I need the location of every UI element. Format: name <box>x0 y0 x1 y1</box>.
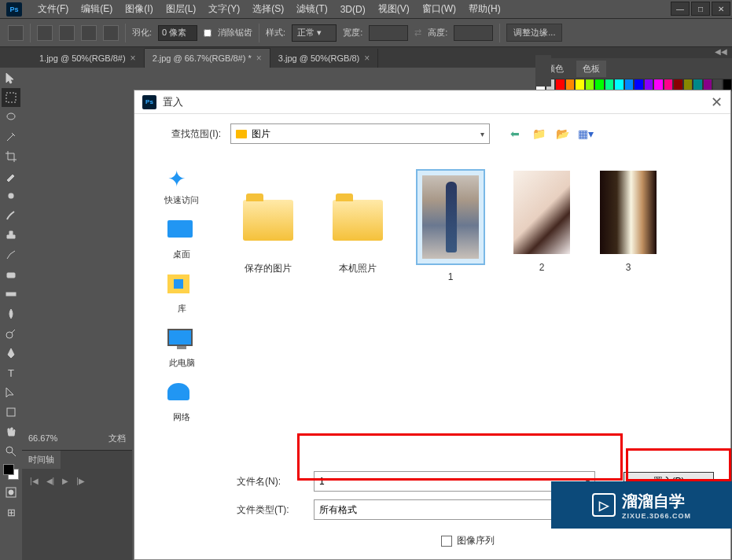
dialog-title: 置入 <box>163 95 183 109</box>
menu-3d[interactable]: 3D(D) <box>334 4 372 15</box>
doc-tab-2[interactable]: 2.jpg @ 66.7%(RGB/8#) *× <box>145 48 270 68</box>
eraser-tool[interactable] <box>2 265 20 284</box>
pen-tool[interactable] <box>2 344 20 363</box>
shape-tool[interactable] <box>2 403 20 422</box>
file-list: 保存的图片 本机照片 1 2 3 <box>229 153 730 468</box>
divider <box>259 24 259 42</box>
timeline-panel: 时间轴 |◀ ◀| ▶ |▶ <box>22 450 132 560</box>
antialias-checkbox[interactable] <box>204 29 212 37</box>
file-image-1[interactable]: 1 <box>416 169 485 282</box>
menu-file[interactable]: 文件(F) <box>31 2 75 16</box>
next-frame-icon[interactable]: |▶ <box>76 477 85 485</box>
folder-local-photos[interactable]: 本机照片 <box>326 169 389 282</box>
dodge-tool[interactable] <box>2 324 20 343</box>
view-menu-icon[interactable]: ▦▾ <box>578 126 594 142</box>
selection-intersect-icon[interactable] <box>103 25 119 41</box>
minimize-button[interactable]: — <box>671 2 690 16</box>
screenmode-tool[interactable]: ⊞ <box>2 503 20 521</box>
close-icon[interactable]: × <box>364 53 370 64</box>
image-thumbnail <box>422 175 479 259</box>
place-this-pc[interactable]: 此电脑 <box>167 329 196 369</box>
close-button[interactable]: ✕ <box>712 2 730 16</box>
place-desktop[interactable]: 桌面 <box>167 220 196 260</box>
place-quick-access[interactable]: ✦ 快速访问 <box>164 166 199 206</box>
image-sequence-checkbox[interactable] <box>441 536 452 547</box>
maximize-button[interactable]: □ <box>691 2 710 16</box>
dialog-lookin-row: 查找范围(I): 图片 ▾ ⬅ 📁 📂 ▦▾ <box>134 114 730 153</box>
timeline-tab[interactable]: 时间轴 <box>22 451 61 469</box>
nav-icons: ⬅ 📁 📂 ▦▾ <box>507 126 594 142</box>
play-icon[interactable]: ▶ <box>62 477 68 485</box>
path-tool[interactable] <box>2 383 20 402</box>
divider <box>30 24 31 42</box>
up-icon[interactable]: 📁 <box>531 126 546 142</box>
doc-tab-1[interactable]: 1.jpg @ 50%(RGB/8#)× <box>31 49 145 68</box>
close-icon[interactable]: × <box>256 53 262 64</box>
menu-layer[interactable]: 图层(L) <box>160 2 203 16</box>
type-tool[interactable]: T <box>2 363 20 382</box>
filename-label: 文件名(N): <box>237 475 307 488</box>
place-library[interactable]: 库 <box>167 274 196 315</box>
swatches-tab[interactable]: 色板 <box>576 61 606 77</box>
ps-logo-icon: Ps <box>142 95 156 109</box>
divider <box>499 24 500 42</box>
file-image-2[interactable]: 2 <box>512 169 572 282</box>
image-sequence-row: 图像序列 <box>441 534 715 547</box>
wand-tool[interactable] <box>2 127 20 146</box>
dialog-titlebar: Ps 置入 ✕ <box>134 90 730 114</box>
image-sequence-label: 图像序列 <box>457 534 495 547</box>
chevron-down-icon: ▾ <box>480 130 484 138</box>
eyedropper-tool[interactable] <box>2 167 20 186</box>
close-icon[interactable]: × <box>131 53 136 64</box>
stamp-tool[interactable] <box>2 226 20 245</box>
places-bar: ✦ 快速访问 桌面 库 此电脑 网络 <box>134 153 229 468</box>
menu-select[interactable]: 选择(S) <box>246 2 290 16</box>
menu-window[interactable]: 窗口(W) <box>416 2 462 16</box>
foreground-color[interactable] <box>3 464 14 475</box>
play-icon: ▷ <box>592 493 616 517</box>
menu-help[interactable]: 帮助(H) <box>462 2 507 16</box>
blur-tool[interactable] <box>2 304 20 323</box>
selection-add-icon[interactable] <box>59 25 75 41</box>
zoom-level[interactable]: 66.67% <box>28 433 57 443</box>
menu-filter[interactable]: 滤镜(T) <box>290 2 333 16</box>
brush-tool[interactable] <box>2 206 20 225</box>
divider <box>125 24 126 42</box>
color-swatch[interactable] <box>3 464 19 480</box>
selection-new-icon[interactable] <box>37 25 53 41</box>
place-network[interactable]: 网络 <box>167 383 196 423</box>
move-tool[interactable] <box>2 68 20 87</box>
first-frame-icon[interactable]: |◀ <box>30 477 39 485</box>
gradient-tool[interactable] <box>2 285 20 304</box>
zoom-tool[interactable] <box>2 442 20 461</box>
folder-saved-images[interactable]: 保存的图片 <box>237 169 300 282</box>
new-folder-icon[interactable]: 📂 <box>554 126 570 142</box>
crop-tool[interactable] <box>2 147 20 166</box>
lookin-select[interactable]: 图片 ▾ <box>230 123 490 144</box>
folder-icon <box>236 130 247 138</box>
quickmask-tool[interactable] <box>2 483 20 502</box>
collapse-icon[interactable]: ◀◀ <box>535 47 732 58</box>
menu-view[interactable]: 视图(V) <box>372 2 416 16</box>
file-image-3[interactable]: 3 <box>598 169 658 282</box>
back-icon[interactable]: ⬅ <box>507 126 523 142</box>
heal-tool[interactable] <box>2 186 20 205</box>
style-select[interactable]: 正常 ▾ <box>292 24 337 42</box>
dialog-close-button[interactable]: ✕ <box>711 94 723 111</box>
history-brush-tool[interactable] <box>2 245 20 264</box>
menu-edit[interactable]: 编辑(E) <box>75 2 119 16</box>
selection-sub-icon[interactable] <box>81 25 97 41</box>
marquee-tool[interactable] <box>2 88 20 107</box>
current-tool-icon[interactable] <box>8 25 24 41</box>
hand-tool[interactable] <box>2 422 20 441</box>
prev-frame-icon[interactable]: ◀| <box>46 477 55 485</box>
refine-edge-button[interactable]: 调整边缘... <box>506 24 562 42</box>
menu-image[interactable]: 图像(I) <box>119 2 159 16</box>
feather-input[interactable] <box>158 25 197 41</box>
svg-rect-2 <box>9 193 13 198</box>
doc-tab-3[interactable]: 3.jpg @ 50%(RGB/8)× <box>270 49 379 68</box>
lasso-tool[interactable] <box>2 108 20 127</box>
menu-type[interactable]: 文字(Y) <box>202 2 246 16</box>
panel-strip-icon[interactable] <box>535 55 551 87</box>
ps-logo-icon: Ps <box>6 2 22 17</box>
